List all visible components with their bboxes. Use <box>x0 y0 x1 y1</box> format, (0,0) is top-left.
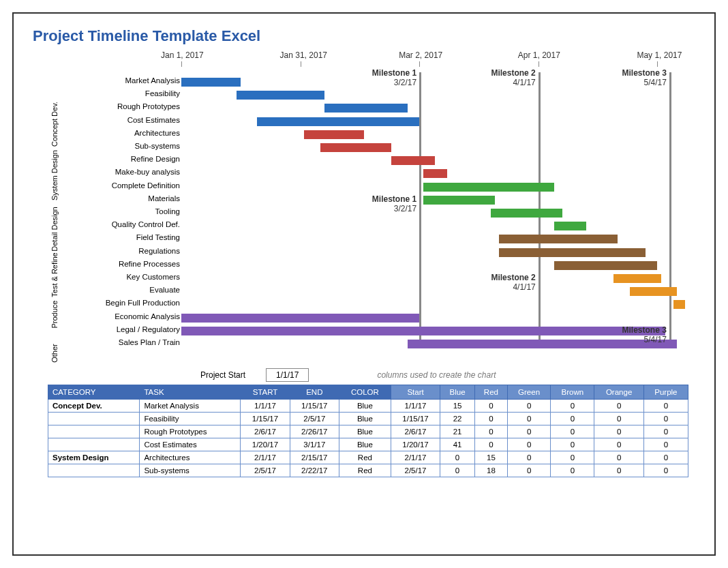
task-label: Evaluate <box>57 286 180 294</box>
task-label: Tooling <box>57 207 180 215</box>
gantt-bar <box>237 91 324 100</box>
task-label: Key Customers <box>57 273 180 281</box>
project-start-label: Project Start <box>55 370 252 380</box>
table-row: Rough Prototypes2/6/172/26/17Blue2/6/172… <box>48 425 688 438</box>
axis-tick-label: Apr 1, 2017 <box>518 50 560 60</box>
gantt-bar <box>613 274 661 283</box>
gantt-bar <box>499 248 646 257</box>
table-header: START <box>241 385 290 400</box>
gantt-chart: Jan 1, 2017Jan 31, 2017Mar 2, 2017Apr 1,… <box>48 50 702 359</box>
columns-hint: columns used to create the chart <box>377 370 496 380</box>
task-label: Regulations <box>57 247 180 255</box>
table-header: Start <box>391 385 440 400</box>
gantt-bar <box>257 117 420 126</box>
category-label: System Design <box>50 153 59 200</box>
table-header: END <box>290 385 339 400</box>
task-label: Feasibility <box>57 89 180 98</box>
task-label: Market Analysis <box>57 76 180 85</box>
milestone-inline-label: Milestone 24/1/17 <box>477 273 536 292</box>
gantt-bar <box>554 222 586 230</box>
table-header: Blue <box>440 385 475 400</box>
milestone-top-label: Milestone 13/2/17 <box>358 68 416 87</box>
axis-tick-label: May 1, 2017 <box>637 50 682 60</box>
gantt-bar <box>630 287 678 296</box>
task-label: Refine Design <box>57 155 180 163</box>
task-label: Sub-systems <box>57 142 180 150</box>
gantt-bar <box>491 209 562 218</box>
task-label: Begin Full Production <box>57 299 180 307</box>
gantt-bar <box>391 156 435 165</box>
task-label: Quality Control Def. <box>57 220 180 228</box>
table-header: CATEGORY <box>48 385 140 400</box>
milestone-top-label: Milestone 35/4/17 <box>608 68 667 87</box>
table-header: Green <box>507 385 550 400</box>
milestone-inline-label: Milestone 13/2/17 <box>358 194 416 213</box>
axis-tick-label: Jan 1, 2017 <box>161 50 204 60</box>
task-label: Architectures <box>57 129 180 137</box>
task-label: Refine Processes <box>57 260 180 268</box>
task-label: Make-buy analysis <box>57 168 180 176</box>
table-header: Orange <box>594 385 643 400</box>
gantt-bar <box>181 78 241 87</box>
milestone-line <box>419 72 421 345</box>
table-row: Cost Estimates1/20/173/1/17Blue1/20/1741… <box>48 438 688 451</box>
table-header: Brown <box>551 385 594 400</box>
page-title: Project Timeline Template Excel <box>33 27 714 45</box>
data-table: CATEGORYTASKSTARTENDCOLORStartBlueRedGre… <box>48 385 688 477</box>
axis-tick-label: Mar 2, 2017 <box>399 50 442 60</box>
table-row: Feasibility1/15/172/5/17Blue1/15/1722000… <box>48 413 688 425</box>
gantt-bar <box>304 130 363 139</box>
table-header: COLOR <box>339 385 391 400</box>
gantt-bar <box>554 261 657 270</box>
gantt-bar <box>499 235 618 243</box>
table-header: TASK <box>140 385 241 400</box>
category-label: Other <box>50 329 59 377</box>
task-label: Economic Analysis <box>57 312 180 320</box>
milestone-top-label: Milestone 24/1/17 <box>477 68 536 87</box>
task-label: Cost Estimates <box>57 116 180 124</box>
task-label: Legal / Regulatory <box>57 325 180 333</box>
gantt-bar <box>423 196 495 205</box>
gantt-bar <box>324 104 408 113</box>
task-label: Materials <box>57 194 180 203</box>
project-start-input[interactable]: 1/1/17 <box>266 368 309 382</box>
task-label: Field Testing <box>57 233 180 241</box>
table-header: Red <box>474 385 507 400</box>
task-label: Rough Prototypes <box>57 102 180 110</box>
table-row: Sub-systems2/5/172/22/17Red2/5/170180000 <box>48 464 688 477</box>
task-label: Complete Definition <box>57 181 180 190</box>
milestone-line <box>669 72 671 345</box>
table-header: Purple <box>643 385 688 400</box>
gantt-bar <box>423 183 554 192</box>
milestone-inline-label: Milestone 35/4/17 <box>608 325 667 344</box>
gantt-bar <box>181 327 665 335</box>
category-label: Detail Design <box>50 205 59 253</box>
gantt-bar <box>181 314 419 323</box>
table-row: System DesignArchitectures2/1/172/15/17R… <box>48 451 688 464</box>
category-label: Concept Dev. <box>50 100 59 148</box>
axis-tick-label: Jan 31, 2017 <box>280 50 327 60</box>
table-row: Concept Dev.Market Analysis1/1/171/15/17… <box>48 400 688 413</box>
gantt-bar <box>320 143 392 152</box>
gantt-bar <box>673 300 685 309</box>
gantt-bar <box>423 169 447 178</box>
task-label: Sales Plan / Train <box>57 338 180 346</box>
